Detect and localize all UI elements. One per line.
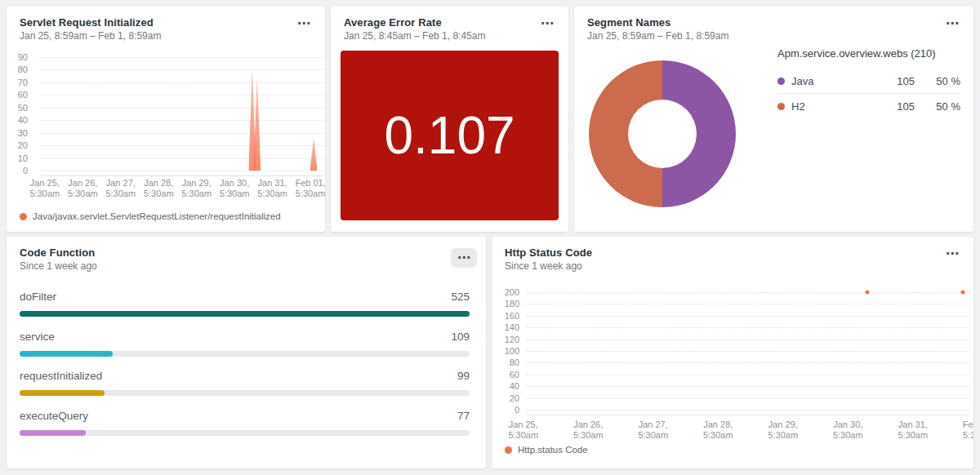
bar-value: 525 [451, 291, 470, 303]
y-tick-label: 70 [7, 78, 28, 87]
x-axis: Jan 25,5:30amJan 26,5:30amJan 27,5:30amJ… [41, 178, 325, 201]
legend-dot-icon [20, 213, 27, 220]
y-tick-label: 90 [7, 52, 28, 62]
y-tick-label: 160 [492, 311, 519, 321]
ellipsis-menu-icon[interactable]: ⋯ [942, 246, 962, 261]
x-tick-label: Jan 25,5:30am [508, 420, 538, 441]
x-tick-label: Feb 01,5:30am [963, 420, 973, 441]
panel-title: Segment Names [587, 16, 670, 29]
panel-title: Code Function [20, 246, 95, 259]
x-axis-line [526, 415, 969, 415]
gridline [41, 69, 325, 70]
bar-row[interactable]: executeQuery77 [20, 408, 470, 448]
ellipsis-menu-icon[interactable]: ⋯ [537, 16, 557, 31]
y-axis: 9080706050403020100 [7, 57, 28, 171]
bar-value: 77 [457, 410, 470, 422]
y-tick-label: 40 [7, 115, 28, 125]
y-tick-label: 60 [492, 370, 519, 380]
data-spike [310, 138, 318, 171]
gridline [526, 386, 969, 387]
legend-row[interactable]: H210550 % [777, 94, 960, 118]
ellipsis-menu-icon[interactable]: ⋯ [451, 248, 477, 268]
gridline [41, 95, 325, 95]
x-tick-label: Jan 27,5:30am [105, 178, 136, 199]
ellipsis-menu-icon[interactable]: ⋯ [942, 16, 962, 31]
gridline [41, 133, 325, 134]
area-chart-plot[interactable] [41, 57, 325, 171]
gridline [41, 171, 325, 171]
bar-track [20, 351, 470, 357]
donut-chart[interactable] [589, 60, 736, 207]
panel-segment-names: Segment Names Jan 25, 8:59am – Feb 1, 8:… [574, 7, 973, 232]
y-tick-label: 100 [492, 346, 519, 356]
x-tick-label: Jan 29,5:30am [181, 178, 212, 199]
gridline [526, 375, 969, 375]
bar-fill [20, 351, 113, 357]
legend-item[interactable]: Java/javax.servlet.ServletRequestListene… [20, 211, 281, 221]
gridline [41, 120, 325, 121]
x-tick-label: Jan 28,5:30am [703, 420, 733, 441]
panel-title: Average Error Rate [344, 16, 442, 29]
bar-track [20, 390, 470, 396]
gridline [526, 351, 969, 352]
bar-label: service [20, 331, 55, 343]
x-tick-label: Jan 31,5:30am [257, 178, 287, 199]
bar-list: doFilter525service109requestInitialized9… [20, 289, 470, 447]
y-tick-label: 20 [492, 393, 519, 403]
segment-percent: 50 % [915, 75, 960, 87]
bar-row[interactable]: requestInitialized99 [20, 368, 470, 408]
x-tick-label: Feb 01,5:30am [295, 178, 325, 199]
x-tick-label: Jan 30,5:30am [220, 178, 250, 199]
bar-track [20, 311, 470, 317]
x-tick-label: Jan 27,5:30am [638, 420, 668, 441]
panel-servlet-request-initialized: Servlet Request Initialized Jan 25, 8:59… [7, 7, 325, 232]
gridline [41, 57, 325, 58]
gridline [526, 316, 969, 317]
y-tick-label: 120 [492, 335, 519, 344]
bar-value: 99 [457, 370, 470, 382]
segment-name: H2 [791, 100, 866, 113]
x-tick-label: Jan 26,5:30am [573, 420, 604, 441]
gridline [526, 340, 969, 340]
ellipsis-menu-icon[interactable]: ⋯ [294, 16, 314, 31]
gridline [41, 108, 325, 109]
dashboard: Servlet Request Initialized Jan 25, 8:59… [0, 0, 980, 475]
y-axis: 200180160140120100806040200 [492, 292, 519, 410]
legend-dot-icon [777, 78, 785, 85]
bar-label: executeQuery [20, 410, 88, 422]
legend-dot-icon [777, 103, 785, 110]
y-tick-label: 0 [492, 405, 519, 415]
data-point [865, 291, 869, 295]
y-tick-label: 50 [7, 103, 28, 113]
x-axis: Jan 25,5:30amJan 26,5:30amJan 27,5:30amJ… [526, 420, 969, 442]
gridline [41, 145, 325, 146]
y-tick-label: 200 [492, 287, 519, 297]
bar-label: doFilter [20, 291, 56, 303]
bar-row[interactable]: doFilter525 [20, 289, 470, 329]
y-tick-label: 0 [7, 166, 28, 175]
bar-fill [20, 430, 86, 436]
y-tick-label: 40 [492, 381, 519, 391]
gridline [526, 362, 969, 363]
panel-time-range: Since 1 week ago [20, 260, 97, 272]
legend-row[interactable]: Java10550 % [777, 69, 960, 93]
chart-legend: Http.status Code [505, 445, 588, 455]
panel-title: Http Status Code [505, 246, 592, 259]
gridline [526, 398, 969, 399]
bar-row[interactable]: service109 [20, 329, 470, 369]
billboard-status-tile: 0.107 [341, 51, 559, 220]
bar-track [20, 430, 470, 436]
panel-title: Servlet Request Initialized [20, 16, 154, 29]
segment-rows: Java10550 %H210550 % [777, 69, 960, 118]
gridline [526, 292, 969, 293]
legend-item[interactable]: Http.status Code [505, 445, 588, 455]
bar-label: requestInitialized [20, 370, 102, 382]
x-tick-label: Jan 28,5:30am [144, 178, 174, 199]
y-tick-label: 60 [7, 90, 28, 100]
segment-name: Java [791, 75, 866, 87]
legend-dot-icon [505, 446, 512, 454]
x-tick-label: Jan 29,5:30am [768, 420, 798, 441]
scatter-chart-plot[interactable] [526, 292, 969, 410]
billboard-value: 0.107 [384, 105, 514, 166]
y-tick-label: 10 [7, 153, 28, 163]
